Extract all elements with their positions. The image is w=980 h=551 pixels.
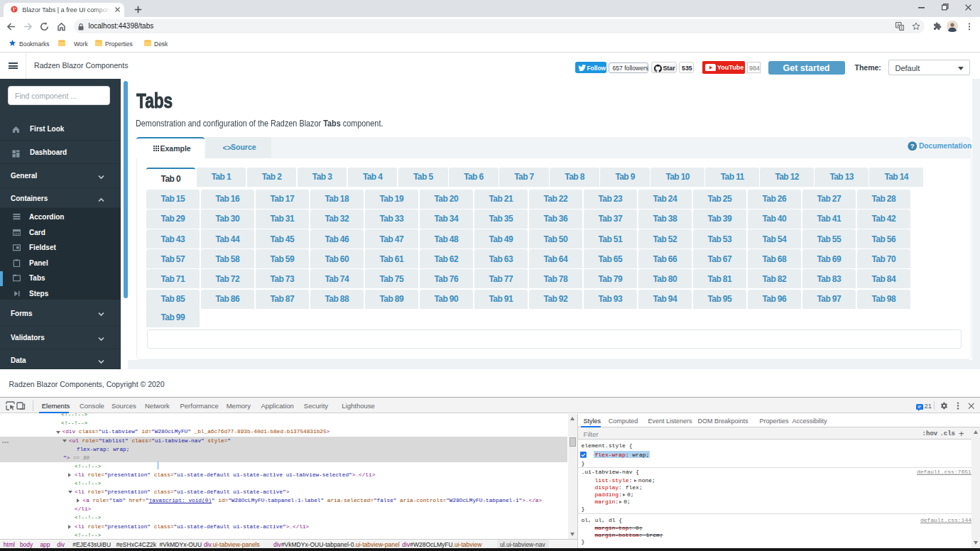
svg-text:?: ? xyxy=(910,142,915,150)
